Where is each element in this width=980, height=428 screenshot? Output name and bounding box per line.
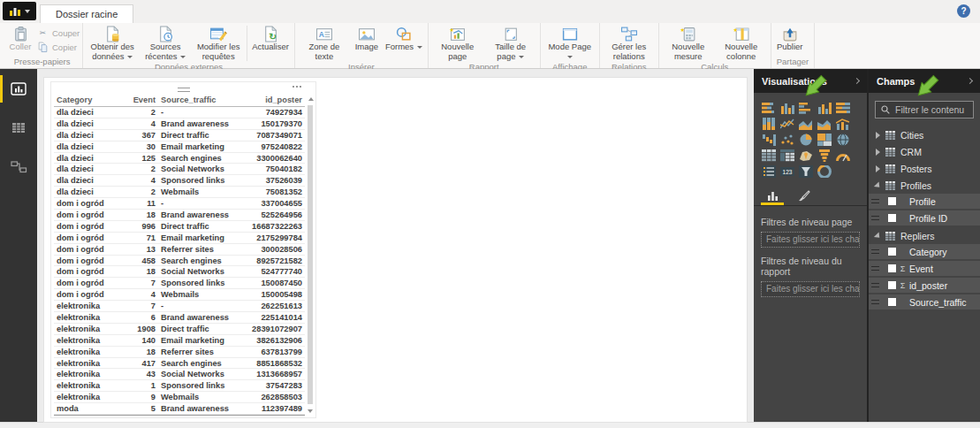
viz-pane-tab-fields[interactable] bbox=[763, 187, 781, 205]
formes-button[interactable]: Formes bbox=[383, 25, 425, 53]
viz-icon-funnel[interactable] bbox=[817, 149, 832, 162]
viz-icon-treemap[interactable] bbox=[817, 134, 832, 146]
collapse-chevron-icon[interactable] bbox=[874, 181, 882, 189]
collapse-pane-chevron-icon[interactable] bbox=[854, 78, 860, 84]
filter-drop-zone[interactable]: Faites glisser ici les champs... bbox=[761, 232, 860, 248]
viz-icon-pie-chart[interactable] bbox=[799, 134, 813, 146]
field-checkbox[interactable] bbox=[888, 197, 896, 205]
field-item-profile[interactable]: Profile bbox=[869, 194, 980, 209]
table-row[interactable]: dom i ogród18Brand awareness525264956 bbox=[54, 210, 305, 221]
publier-button[interactable]: Publier bbox=[774, 25, 806, 53]
actualiser-button[interactable]: ↻Actualiser bbox=[249, 25, 292, 53]
table-visual[interactable]: CategoryEventSource_trafficid_posterdla … bbox=[50, 81, 316, 418]
report-page[interactable]: CategoryEventSource_trafficid_posterdla … bbox=[44, 78, 747, 422]
drag-handle-icon[interactable] bbox=[871, 216, 879, 220]
collapse-chevron-icon[interactable] bbox=[874, 232, 882, 240]
viz-icon-donut-chart[interactable] bbox=[817, 165, 832, 178]
viz-icon-column-chart[interactable] bbox=[817, 102, 832, 114]
viz-icon-100-stacked-column-chart[interactable] bbox=[762, 118, 776, 130]
field-item-category[interactable]: Category bbox=[869, 244, 980, 259]
viz-icon-gauge[interactable] bbox=[836, 149, 850, 162]
sidebar-item-report-view[interactable] bbox=[0, 77, 37, 101]
table-scrollbar[interactable] bbox=[307, 96, 315, 416]
table-row[interactable]: dom i ogród13Referrer sites300028506 bbox=[54, 244, 305, 256]
mode-page-button[interactable]: Mode Page bbox=[543, 25, 596, 62]
viz-icon-matrix[interactable] bbox=[780, 149, 794, 162]
ribbon-tab-dossier-racine[interactable]: Dossier racine bbox=[40, 4, 133, 23]
visual-more-options-icon[interactable] bbox=[292, 86, 301, 88]
couper-button[interactable]: ✂Couper bbox=[36, 26, 80, 40]
table-row[interactable]: elektronika9Webmails262858503 bbox=[54, 392, 305, 403]
viz-icon-line-chart[interactable] bbox=[780, 118, 794, 130]
viz-icon-line-and-column-chart[interactable] bbox=[836, 118, 850, 130]
report-canvas[interactable]: CategoryEventSource_trafficid_posterdla … bbox=[37, 69, 754, 422]
field-table-repliers[interactable]: Repliers bbox=[869, 227, 980, 244]
scroll-down-icon[interactable] bbox=[308, 409, 313, 413]
table-row[interactable]: elektronika6Brand awareness225141014 bbox=[54, 312, 305, 324]
field-checkbox[interactable] bbox=[888, 248, 896, 256]
viz-icon-stacked-bar-chart[interactable] bbox=[762, 102, 776, 114]
field-checkbox[interactable] bbox=[888, 281, 896, 289]
viz-icon-100-stacked-bar-chart[interactable] bbox=[836, 102, 850, 114]
field-item-profile-id[interactable]: Profile ID bbox=[869, 210, 980, 225]
field-checkbox[interactable] bbox=[888, 214, 896, 222]
viz-icon-map[interactable] bbox=[799, 149, 813, 162]
table-row[interactable]: dla dzieci4Sponsored links37526039 bbox=[54, 175, 305, 187]
field-checkbox[interactable] bbox=[888, 298, 896, 306]
table-row[interactable]: elektronika18Referrer sites637813799 bbox=[54, 347, 305, 358]
viz-icon-stacked-area-chart[interactable] bbox=[817, 118, 832, 130]
field-item-source-traffic[interactable]: Source_traffic bbox=[869, 294, 980, 310]
table-row[interactable]: dla dzieci367Direct traffic7087349071 bbox=[54, 130, 305, 141]
viz-icon-scatter-chart[interactable] bbox=[780, 134, 794, 146]
table-row[interactable]: elektronika7-262251613 bbox=[54, 301, 305, 312]
field-item-event[interactable]: ΣEvent bbox=[869, 261, 980, 276]
sidebar-item-relationships-view[interactable] bbox=[0, 155, 37, 179]
table-row[interactable]: elektronika140Email marketing3826132906 bbox=[54, 335, 305, 347]
table-row[interactable]: dom i ogród11-337004655 bbox=[54, 198, 305, 210]
field-search-input[interactable]: Filtrer le contenu bbox=[875, 101, 974, 118]
table-row[interactable]: dom i ogród996Direct traffic16687322263 bbox=[54, 221, 305, 233]
help-button[interactable]: ? bbox=[957, 4, 970, 18]
table-row[interactable]: elektronika1908Direct traffic28391072907 bbox=[54, 324, 305, 335]
table-row[interactable]: dla dzieci2Webmails75081352 bbox=[54, 187, 305, 198]
field-item-id-poster[interactable]: Σid_poster bbox=[869, 278, 980, 293]
viz-icon-slicer[interactable] bbox=[799, 165, 813, 178]
taille-de-page-button[interactable]: Taille de page bbox=[484, 25, 537, 62]
table-row[interactable]: dom i ogród71Email marketing2175299784 bbox=[54, 233, 305, 244]
viz-icon-multi-row-card[interactable] bbox=[762, 165, 776, 178]
obtenir-des-donn-es-button[interactable]: Obtenir des données bbox=[86, 25, 139, 62]
expand-chevron-icon[interactable] bbox=[876, 165, 880, 172]
copier-button[interactable]: Copier bbox=[36, 40, 80, 54]
table-row[interactable]: dla dzieci30Email marketing975240822 bbox=[54, 141, 305, 153]
table-row[interactable]: dom i ogród458Search engines8925721582 bbox=[54, 256, 305, 267]
table-row[interactable]: dla dzieci2Social Networks75040182 bbox=[54, 164, 305, 175]
table-row[interactable]: dom i ogród4Webmails150005498 bbox=[54, 289, 305, 301]
image-button[interactable]: Image bbox=[351, 25, 383, 53]
nouvelle-mesure-button[interactable]: ★Nouvelle mesure bbox=[662, 25, 715, 62]
expand-chevron-icon[interactable] bbox=[876, 132, 880, 139]
viz-icon-clustered-column-chart[interactable] bbox=[780, 102, 794, 114]
viz-pane-tab-format[interactable] bbox=[795, 187, 813, 205]
nouvelle-page-button[interactable]: ★Nouvelle page bbox=[431, 25, 484, 62]
expand-chevron-icon[interactable] bbox=[876, 149, 880, 156]
table-row[interactable]: elektronika43Social Networks1313668957 bbox=[54, 369, 305, 380]
file-menu-button[interactable] bbox=[3, 2, 36, 20]
viz-icon-filled-map[interactable] bbox=[836, 134, 850, 146]
table-row[interactable]: dom i ogród7Sponsored links150087450 bbox=[54, 278, 305, 289]
drag-handle-icon[interactable] bbox=[871, 283, 879, 287]
table-row[interactable]: dom i ogród18Social Networks524777740 bbox=[54, 266, 305, 278]
table-row[interactable]: elektronika417Search engines8851868532 bbox=[54, 358, 305, 370]
table-row[interactable]: dla dzieci2-74927934 bbox=[54, 107, 305, 118]
sources-r-centes-button[interactable]: Sources récentes bbox=[139, 25, 192, 62]
coller-button[interactable]: Coller bbox=[4, 25, 36, 53]
drag-handle-icon[interactable] bbox=[871, 266, 879, 271]
drag-handle-icon[interactable] bbox=[871, 249, 879, 254]
table-total-row[interactable]: Total23406374964102824 bbox=[54, 415, 305, 417]
field-table-posters[interactable]: Posters bbox=[869, 160, 980, 177]
table-row[interactable]: dla dzieci125Search engines3300062640 bbox=[54, 153, 305, 164]
table-row[interactable]: moda5Brand awareness112397489 bbox=[54, 403, 305, 415]
viz-icon-area-chart[interactable] bbox=[799, 118, 813, 130]
field-table-profiles[interactable]: Profiles bbox=[869, 177, 980, 194]
drag-handle-icon[interactable] bbox=[871, 300, 879, 304]
field-table-cities[interactable]: Cities bbox=[869, 126, 980, 143]
